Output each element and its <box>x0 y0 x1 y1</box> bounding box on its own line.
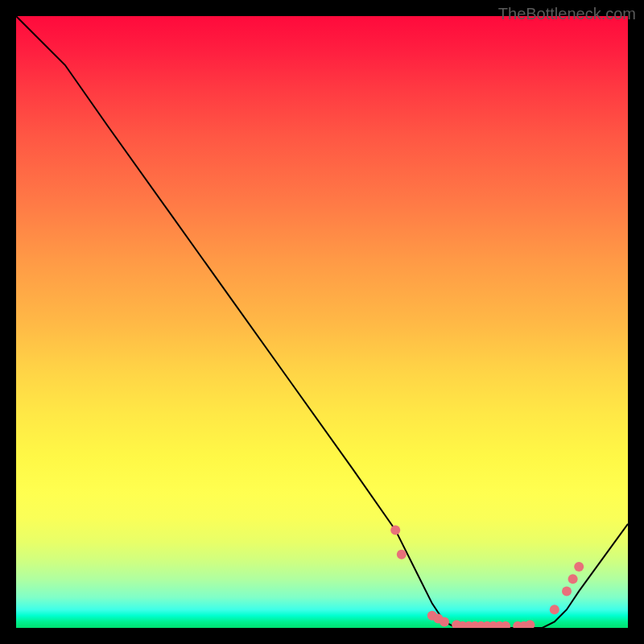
watermark-text: TheBottleneck.com <box>498 5 636 23</box>
chart-svg <box>16 16 628 628</box>
svg-point-4 <box>440 617 449 626</box>
chart-curve <box>16 16 628 628</box>
svg-point-20 <box>574 562 584 572</box>
svg-point-18 <box>562 586 572 596</box>
svg-point-19 <box>568 574 578 584</box>
svg-point-16 <box>525 620 535 628</box>
svg-point-1 <box>397 550 407 559</box>
svg-point-0 <box>390 525 400 535</box>
svg-point-17 <box>550 605 559 614</box>
